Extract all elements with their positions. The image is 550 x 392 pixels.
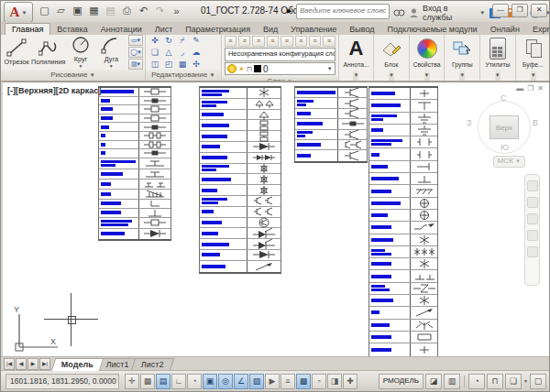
model-paper-toggle[interactable]: РМОДЕЛЬ [379, 374, 424, 389]
viewport-controls-label[interactable]: [-][Верхняя][2D каркас] [7, 86, 101, 95]
tab-Управление[interactable]: Управление [284, 24, 343, 35]
toggle-quick-properties[interactable]: ▫ [312, 374, 326, 389]
tab-Главная[interactable]: Главная [5, 23, 50, 35]
toggle-osnap[interactable]: ▣ [203, 374, 217, 389]
erase-button[interactable]: ✎ [190, 35, 203, 46]
wcs-menu[interactable]: МСК ▼ [493, 156, 525, 168]
toggle-ortho[interactable]: ∟ [171, 374, 186, 389]
pan-icon[interactable] [527, 197, 538, 208]
viewcube-south[interactable]: Ю [500, 143, 509, 152]
binoculars-search-icon[interactable] [393, 5, 405, 21]
customize-icon[interactable]: » [170, 4, 183, 17]
annotation-scale-sync-icon[interactable]: ◔ [468, 374, 485, 389]
toggle-snap[interactable]: ▦ [140, 374, 155, 389]
isolate-objects-icon[interactable]: ❏ [505, 374, 522, 389]
new-file-icon[interactable]: ▢ [38, 4, 51, 17]
tab-Вид[interactable]: Вид [257, 24, 284, 35]
toggle-grid[interactable]: ▤ [156, 374, 170, 389]
tab-Параметризация[interactable]: Параметризация [179, 24, 257, 35]
doc-minimize-icon[interactable]: ▬ [516, 85, 523, 93]
viewcube[interactable]: С Ю З В Верх [472, 95, 536, 159]
toggle-annotation-monitor[interactable]: ✚ [343, 374, 358, 389]
layer-props-icon[interactable]: ≡ [225, 36, 236, 47]
redo-icon[interactable]: ↷ [153, 4, 167, 17]
tab-Онлайн[interactable]: Онлайн [484, 24, 526, 35]
layer-match-icon[interactable]: ≡ [295, 36, 307, 47]
tab-Express Tools[interactable]: Express Tools [526, 24, 550, 35]
array-button[interactable]: ▦ [176, 59, 189, 70]
panel-properties[interactable]: Свойства ▼ [410, 35, 446, 81]
open-icon[interactable]: ▱ [54, 4, 68, 17]
viewcube-north[interactable]: С [500, 93, 507, 103]
mirror-button[interactable]: △ [162, 47, 175, 58]
ellipse-button[interactable]: ◯▾ [128, 47, 143, 58]
layout-tab-Лист2[interactable]: Лист2 [131, 358, 174, 371]
toggle-dyn[interactable]: ▶ [265, 374, 280, 389]
steering-wheel-icon[interactable] [527, 180, 538, 191]
drawing-canvas[interactable]: [-][Верхняя][2D каркас] ▬ ❐ ✕ С Ю З В Ве… [3, 82, 549, 357]
layout-tab-Модель[interactable]: Модель [51, 358, 104, 371]
stretch-button[interactable]: ◫ [148, 59, 161, 70]
doc-close-icon[interactable]: ✕ [537, 85, 544, 93]
sign-in-button[interactable]: Вход в службы [423, 4, 475, 22]
move-button[interactable]: ✜ [148, 35, 161, 46]
layer-state-combo[interactable]: Несохраненная конфигурация сло▼ [225, 48, 336, 61]
layer-state-icon[interactable]: ≡ [323, 36, 335, 47]
chevron-down-icon[interactable]: ▼ [479, 10, 485, 16]
panel-groups[interactable]: Группы ▼ [445, 35, 480, 81]
layer-lock-icon[interactable]: ≡ [280, 36, 292, 47]
tab-Аннотации[interactable]: Аннотации [94, 24, 148, 35]
toggle-osnap-3d[interactable]: ◎ [218, 374, 233, 389]
toggle-ducs[interactable]: ▨ [249, 374, 264, 389]
undo-icon[interactable]: ↶ [137, 4, 150, 17]
panel-title-modify[interactable]: Редактирование ▼ [146, 70, 221, 81]
lock-ui-icon[interactable]: ⊓ [487, 374, 503, 389]
tab-Подключаемые модули[interactable]: Подключаемые модули [381, 24, 484, 35]
layer-isolate-icon[interactable]: ≡ [252, 36, 264, 47]
first-layout-icon[interactable]: |◀ [4, 358, 15, 370]
toggle-lineweight[interactable]: ≡ [280, 374, 295, 389]
layer-freeze-icon[interactable]: ≡ [267, 36, 279, 47]
save-icon[interactable]: ▣ [71, 4, 84, 17]
doc-restore-icon[interactable]: ❐ [527, 85, 534, 93]
panel-block[interactable]: Блок ▼ [374, 35, 410, 81]
trim-button[interactable]: ⌿ [176, 35, 189, 46]
cloud-button[interactable]: ☁ [190, 47, 203, 58]
fillet-button[interactable]: ◞ [176, 47, 189, 58]
toggle-selection-cycling[interactable]: ◨ [327, 374, 342, 389]
layer-combo[interactable]: ☀ ⊓ 0 ▼ [225, 62, 336, 75]
close-button[interactable]: ✕ [531, 4, 547, 17]
zoom-icon[interactable] [527, 213, 538, 224]
application-menu-button[interactable]: A ▼ [4, 2, 33, 23]
search-box[interactable] [296, 4, 390, 19]
toggle-otrack[interactable]: ∠ [234, 374, 248, 389]
line-button[interactable]: Отрезок [1, 38, 31, 66]
minimize-button[interactable]: — [492, 4, 509, 17]
explode-button[interactable]: ✣ [190, 59, 203, 70]
plot-icon[interactable]: ▤ [104, 4, 117, 17]
orbit-icon[interactable] [527, 230, 538, 241]
next-layout-icon[interactable]: ▶ [28, 358, 38, 370]
scale-button[interactable]: ◰ [162, 59, 175, 70]
navigation-bar[interactable] [524, 174, 540, 286]
panel-title-layers[interactable]: Слои ▼ [222, 76, 338, 81]
toggle-transparency[interactable]: ▩ [296, 374, 311, 389]
panel-annotation[interactable]: A Аннота... ▼ [339, 35, 375, 81]
showmotion-icon[interactable] [527, 246, 538, 257]
prev-layout-icon[interactable]: ◀ [16, 358, 27, 370]
restore-button[interactable]: ❐ [512, 4, 528, 17]
viewcube-west[interactable]: З [467, 118, 471, 127]
layer-prev-icon[interactable]: ≡ [309, 36, 321, 47]
tab-Вывод[interactable]: Вывод [343, 24, 380, 35]
panel-utilities[interactable]: Утилиты ▼ [480, 35, 516, 81]
quickview-layouts-icon[interactable]: ▥ [444, 374, 460, 389]
polyline-button[interactable]: Полилиния [31, 38, 65, 66]
panel-title-draw[interactable]: Рисование ▼ [1, 70, 145, 81]
search-input[interactable] [297, 5, 389, 16]
tab-Вставка[interactable]: Вставка [50, 24, 94, 35]
arc-button[interactable]: Дуга▼ [96, 36, 126, 69]
rectangle-button[interactable]: ▭▾ [128, 35, 143, 46]
save-as-icon[interactable]: ▦ [87, 4, 101, 17]
model-space-icon[interactable]: ◪ [425, 374, 442, 389]
tab-Лист[interactable]: Лист [148, 24, 180, 35]
